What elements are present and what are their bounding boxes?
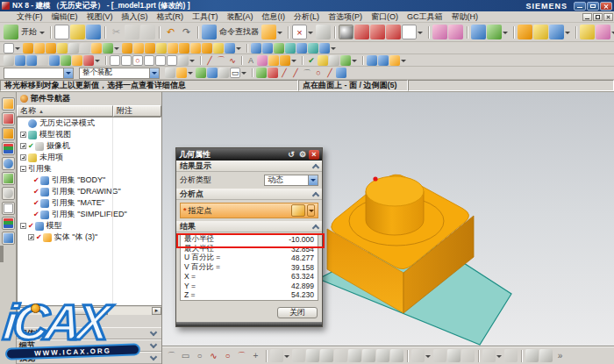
menu-information[interactable]: 信息(I) <box>258 11 290 23</box>
show-hide-icon[interactable]: × <box>292 25 307 39</box>
point-dialog-icon[interactable] <box>291 204 305 217</box>
undo-icon[interactable]: ↶ <box>163 25 178 39</box>
offset-curve-icon[interactable] <box>270 349 283 362</box>
tree-item-model[interactable]: ✔ 模型 <box>18 220 161 232</box>
dimensions-icon[interactable] <box>482 349 496 362</box>
circle-snap-icon[interactable]: ○ <box>313 68 324 78</box>
menu-tools[interactable]: 工具(T) <box>188 11 223 23</box>
open-file-icon[interactable] <box>70 25 85 39</box>
menu-format[interactable]: 格式(R) <box>153 11 189 23</box>
menu-preferences[interactable]: 首选项(P) <box>324 11 367 23</box>
make-corner-icon[interactable] <box>411 349 425 362</box>
column-comment[interactable]: 附注 <box>113 105 161 117</box>
constraint-icon[interactable] <box>461 349 475 362</box>
constraint-navigator-icon[interactable] <box>2 112 15 125</box>
redo-icon[interactable]: ↷ <box>179 25 194 39</box>
maximize-button[interactable] <box>587 2 599 11</box>
circle-icon[interactable]: ○ <box>221 349 234 362</box>
endpoint-snap-icon[interactable] <box>268 68 278 78</box>
menu-help[interactable]: 帮助(H) <box>447 11 483 23</box>
datum-plane-icon[interactable] <box>4 55 14 66</box>
trim-body-icon[interactable] <box>190 43 201 54</box>
point-icon[interactable]: + <box>249 349 262 362</box>
analysis-type-dropdown-icon[interactable] <box>308 175 318 185</box>
offset-surface-icon[interactable] <box>319 43 330 54</box>
measure-angle-icon[interactable] <box>596 25 610 39</box>
geometric-properties-icon[interactable] <box>329 55 339 66</box>
roles-icon[interactable] <box>2 217 15 230</box>
auto-dimension-icon[interactable] <box>504 349 518 362</box>
doc-restore-button[interactable] <box>593 13 603 21</box>
layer-settings-icon[interactable] <box>471 25 486 39</box>
point-on-curve-snap-icon[interactable]: ╱ <box>325 68 335 78</box>
dialog-resize-bar[interactable] <box>176 322 322 326</box>
curve-analysis-icon[interactable] <box>340 55 351 66</box>
sketch-options-icon[interactable] <box>539 349 553 362</box>
touch-mode-icon[interactable] <box>261 25 276 39</box>
expand-icon[interactable] <box>20 143 26 149</box>
studio-surface-icon[interactable] <box>308 43 318 54</box>
tree-item-refset-simplified[interactable]: ✔ 引用集 "SIMPLIFIED" <box>18 209 161 220</box>
point-on-surface-snap-icon[interactable] <box>336 68 346 78</box>
snap-point-icon[interactable] <box>176 68 187 78</box>
datum-axis-icon[interactable] <box>15 55 25 66</box>
chamfer-icon[interactable] <box>156 43 167 54</box>
menu-gc-toolbox[interactable]: GC工具箱 <box>403 11 447 23</box>
tree-item-refset-drawing[interactable]: ✔ 引用集 "DRAWING" <box>18 186 161 197</box>
static-wireframe-icon[interactable] <box>402 25 417 39</box>
chevron-down-icon[interactable] <box>150 340 157 347</box>
arc-icon[interactable]: ⌒ <box>235 349 248 362</box>
edge-blend-icon[interactable] <box>145 43 155 54</box>
hole-icon[interactable] <box>91 43 102 54</box>
collapse-icon[interactable] <box>20 223 26 229</box>
mirror-curve-icon[interactable] <box>306 349 319 362</box>
boss-icon[interactable] <box>103 43 113 54</box>
pocket-icon[interactable] <box>122 43 132 54</box>
shaded-with-edges-icon[interactable] <box>339 25 353 39</box>
polygon-icon[interactable]: ○ <box>193 349 206 362</box>
dialog-close-icon[interactable]: × <box>309 150 319 160</box>
revolve-icon[interactable] <box>57 43 68 54</box>
tree-item-history-mode[interactable]: 无历史记录模式 <box>18 118 161 129</box>
cylinder-icon[interactable] <box>34 43 45 54</box>
interior-edges-icon[interactable] <box>218 68 229 78</box>
process-studio-icon[interactable] <box>2 202 15 215</box>
information-icon[interactable] <box>367 55 377 66</box>
edit-object-display-icon[interactable] <box>518 25 532 39</box>
history-palette-icon[interactable] <box>2 172 15 185</box>
check-icon[interactable]: ✔ <box>33 200 39 207</box>
block-icon[interactable] <box>23 43 33 54</box>
selection-scope-combo[interactable]: 整个装配 <box>79 68 160 79</box>
check-icon[interactable]: ✔ <box>28 143 34 150</box>
extrude-icon[interactable] <box>46 43 56 54</box>
intersection-curve-icon[interactable] <box>280 55 290 66</box>
start-menu-icon[interactable] <box>4 25 18 39</box>
constraints-icon[interactable] <box>178 55 189 66</box>
notes-icon[interactable] <box>389 55 400 66</box>
examine-geometry-icon[interactable]: ✔ <box>306 55 317 66</box>
dialog-title-bar[interactable]: 几何属性 ↺ ⚙ × <box>176 148 322 161</box>
dialog-options-gear-icon[interactable]: ⚙ <box>297 150 308 160</box>
expand-icon[interactable] <box>20 154 26 161</box>
line-icon[interactable]: ╱ <box>204 55 215 66</box>
derived-line-icon[interactable] <box>362 349 375 362</box>
profile-icon[interactable]: ⌒ <box>165 349 178 362</box>
text-icon[interactable]: A <box>246 55 256 66</box>
snap-enable-icon[interactable] <box>256 68 267 78</box>
menu-insert[interactable]: 插入(S) <box>118 11 153 23</box>
copy-icon[interactable] <box>125 25 139 39</box>
web-browser-icon[interactable] <box>2 157 15 170</box>
check-icon[interactable]: ✔ <box>33 177 39 184</box>
chevron-down-icon[interactable] <box>150 353 157 360</box>
unite-icon[interactable] <box>202 43 212 54</box>
tree-item-refset-mate[interactable]: ✔ 引用集 "MATE" <box>18 197 161 209</box>
sketch-fillet-icon[interactable] <box>144 55 154 66</box>
reverse-selection-icon[interactable] <box>196 68 206 78</box>
pad-icon[interactable] <box>133 43 144 54</box>
menu-edit[interactable]: 编辑(E) <box>47 11 82 23</box>
sketch-curve-icon[interactable] <box>110 55 120 66</box>
scroll-right-icon[interactable]: ► <box>152 307 161 315</box>
artistic-curve-icon[interactable] <box>257 55 268 66</box>
system-materials-icon[interactable] <box>2 187 15 200</box>
rectangle-icon[interactable]: ▭ <box>179 349 192 362</box>
